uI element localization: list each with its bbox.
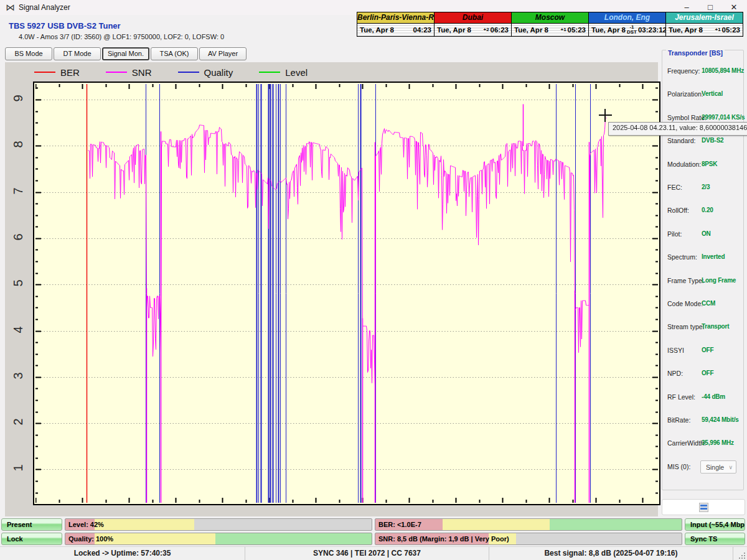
transponder-field: RollOff:0.20 bbox=[662, 207, 745, 217]
lock-indicator: Lock bbox=[1, 533, 62, 545]
mis-field: MIS (0): Single∨ bbox=[662, 463, 745, 473]
transponder-field: Polarization:Vertical bbox=[662, 90, 745, 100]
signal-chart-panel: BER SNR Quality Level 987654321 bbox=[5, 62, 658, 516]
legend-item-snr: SNR bbox=[106, 67, 152, 78]
tuner-title: TBS 5927 USB DVB-S2 Tuner bbox=[9, 21, 121, 30]
field-label: RollOff: bbox=[667, 207, 689, 214]
transponder-field: NPD:OFF bbox=[662, 370, 745, 380]
field-label: Pilot: bbox=[667, 230, 682, 238]
field-value: OFF bbox=[702, 370, 713, 376]
clock-time: 05:23 bbox=[722, 26, 740, 34]
legend-label: Level bbox=[285, 67, 308, 78]
field-label: Frame Type: bbox=[667, 277, 704, 284]
field-label: FEC: bbox=[667, 184, 682, 191]
field-value: Long Frame bbox=[702, 277, 736, 284]
y-axis-tick-label: 1 bbox=[11, 460, 27, 476]
clock-label: Dubai bbox=[435, 12, 511, 24]
clock-time: 04:23 bbox=[413, 26, 431, 34]
clock-time-row: Tue, Apr 8 +1 05:23 bbox=[512, 24, 588, 36]
transponder-field: BitRate:59,424 Mbit/s bbox=[662, 416, 745, 426]
legend-item-quality: Quality bbox=[178, 67, 233, 78]
field-label: ISSYI bbox=[667, 347, 684, 354]
clock-time: 03:23:12 bbox=[638, 26, 667, 34]
field-label: RF Level: bbox=[667, 393, 695, 401]
resize-grip[interactable] bbox=[739, 553, 745, 559]
app-icon: ⋈ bbox=[5, 2, 16, 12]
clock-london: London, Eng Tue, Apr 8 -1DST 03:23:12 bbox=[588, 12, 666, 37]
field-value: 2/3 bbox=[702, 184, 710, 190]
clock-jerusalem: Jerusalem-Israel Tue, Apr 8 +1 05:23 bbox=[665, 12, 743, 37]
field-label: Polarization: bbox=[667, 90, 703, 98]
clock-time-row: Tue, Apr 8 +2 06:23 bbox=[435, 24, 511, 36]
field-value: 0.20 bbox=[702, 207, 713, 213]
clock-offset: +1 bbox=[715, 27, 720, 32]
field-value: DVB-S2 bbox=[702, 137, 723, 144]
mis-selected-value: Single bbox=[706, 464, 724, 471]
transponder-field: RF Level:-44 dBm bbox=[662, 393, 745, 403]
clock-time: 06:23 bbox=[491, 26, 509, 34]
legend-label: SNR bbox=[132, 67, 152, 78]
quality-bar: Quality: 100% bbox=[65, 533, 372, 545]
status-sync-counters: SYNC 346 | TEI 2072 | CC 7637 bbox=[245, 547, 489, 560]
field-value: 10805,894 MHz bbox=[702, 67, 744, 74]
transponder-field: CarrierWidth:35,996 MHz bbox=[662, 439, 745, 449]
clock-time: 05:23 bbox=[568, 26, 586, 34]
status-best-signal: Best signal: 8,8 dB (2025-04-07 19:16) bbox=[489, 547, 733, 560]
save-icon bbox=[699, 503, 708, 512]
window-title: Signal Analyzer bbox=[19, 3, 70, 12]
legend-item-ber: BER bbox=[34, 67, 80, 78]
tab-av-player[interactable]: AV Player bbox=[199, 47, 247, 60]
tab-dt-mode[interactable]: DT Mode bbox=[54, 47, 101, 60]
y-axis-tick-label: 2 bbox=[11, 414, 27, 430]
field-label: Modulation: bbox=[667, 161, 701, 168]
transponder-field: ISSYIOFF bbox=[662, 347, 745, 357]
field-label: Frequency: bbox=[667, 67, 700, 75]
transponder-field: Code Mode:CCM bbox=[662, 300, 745, 310]
clock-date: Tue, Apr 8 bbox=[591, 26, 626, 34]
level-bar: Level: 42% bbox=[65, 518, 372, 531]
tab-bs-mode[interactable]: BS Mode bbox=[5, 47, 52, 60]
mis-dropdown[interactable]: Single∨ bbox=[700, 460, 736, 474]
field-label: Spectrum: bbox=[667, 253, 697, 261]
field-value: ON bbox=[702, 230, 711, 237]
transponder-field: Standard:DVB-S2 bbox=[662, 137, 745, 147]
signal-plot-area[interactable] bbox=[33, 82, 660, 505]
transponder-field: Stream type:Transport bbox=[662, 323, 745, 333]
save-button[interactable] bbox=[662, 499, 745, 515]
status-bar: Locked -> Uptime: 57:40:35 SYNC 346 | TE… bbox=[0, 546, 747, 560]
world-clocks: Berlin-Paris-Vienna-Roma Tue, Apr 8 04:2… bbox=[357, 12, 746, 37]
groupbox-title: Transponder [BS] bbox=[666, 49, 725, 57]
y-axis-tick-label: 5 bbox=[11, 275, 27, 291]
tab-signal-mon[interactable]: Signal Mon. bbox=[102, 47, 149, 60]
clock-time-row: Tue, Apr 8 -1DST 03:23:12 bbox=[589, 24, 665, 36]
quality-line-swatch bbox=[178, 72, 199, 73]
transponder-sidebar: Transponder [BS] Frequency:10805,894 MHz… bbox=[662, 47, 745, 516]
field-label: Standard: bbox=[667, 137, 696, 144]
clock-dubai: Dubai Tue, Apr 8 +2 06:23 bbox=[434, 12, 512, 37]
field-label: Stream type: bbox=[667, 323, 705, 330]
transponder-field: Pilot:ON bbox=[662, 230, 745, 240]
clock-offset: +2 bbox=[483, 27, 489, 32]
field-label: Symbol Rate: bbox=[667, 114, 707, 121]
signal-chart-canvas[interactable] bbox=[35, 84, 658, 503]
clock-label: London, Eng bbox=[589, 12, 665, 24]
clock-date: Tue, Apr 8 bbox=[437, 26, 482, 34]
clock-time-row: Tue, Apr 8 +1 05:23 bbox=[666, 24, 743, 36]
y-axis-tick-label: 6 bbox=[11, 229, 27, 245]
crosshair-icon bbox=[604, 109, 606, 122]
clock-offset: -1DST bbox=[627, 25, 637, 35]
legend-label: BER bbox=[60, 67, 80, 78]
field-value: Inverted bbox=[702, 253, 725, 260]
tuner-subtitle: 4.0W - Amos 3/7 (ID: 3560) @ LOF1: 97500… bbox=[19, 33, 224, 40]
transponder-field: FEC:2/3 bbox=[662, 184, 745, 194]
field-value: Vertical bbox=[702, 90, 723, 97]
clock-date: Tue, Apr 8 bbox=[669, 26, 713, 34]
field-value: CCM bbox=[702, 300, 715, 307]
chart-value-tooltip: 2025-04-08 04.23.11, value: 8,6000003814… bbox=[608, 122, 747, 136]
field-label: NPD: bbox=[667, 370, 683, 377]
tab-tsa[interactable]: TSA (OK) bbox=[151, 47, 198, 60]
field-value: 35,996 MHz bbox=[702, 439, 734, 446]
clock-date: Tue, Apr 8 bbox=[360, 26, 411, 34]
clock-berlin: Berlin-Paris-Vienna-Roma Tue, Apr 8 04:2… bbox=[357, 12, 435, 37]
field-label: Code Mode: bbox=[667, 300, 703, 307]
